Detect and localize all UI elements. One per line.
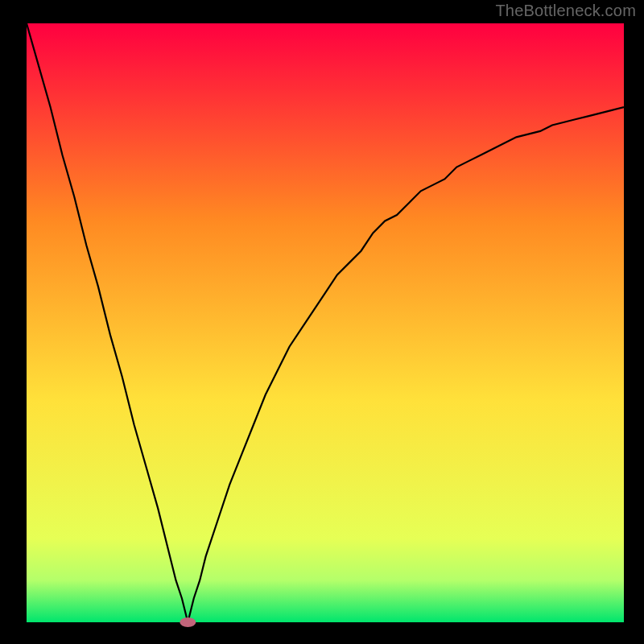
attribution-text: TheBottleneck.com: [495, 2, 636, 20]
minimum-marker: [180, 617, 196, 627]
plot-background: [27, 23, 624, 622]
bottleneck-chart: [0, 0, 644, 644]
chart-frame: TheBottleneck.com: [0, 0, 644, 644]
